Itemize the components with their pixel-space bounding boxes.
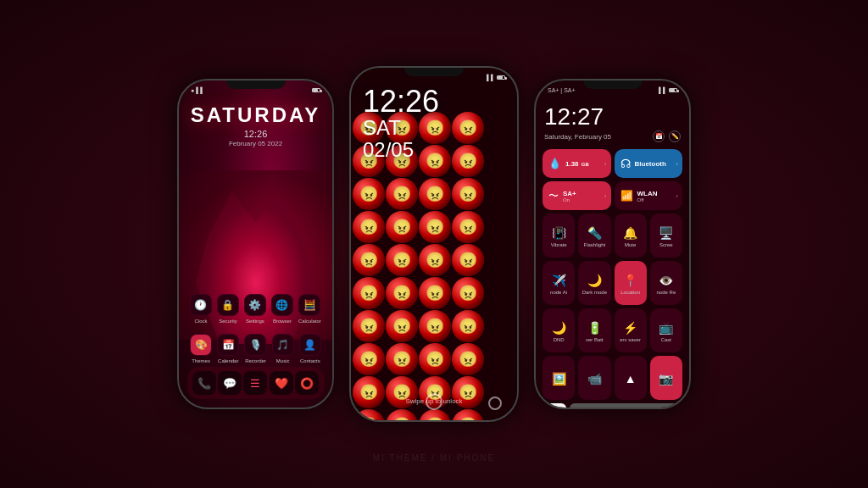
- readmode-tile[interactable]: 👁️ node Re: [650, 261, 682, 305]
- power-saver-tile[interactable]: ⚡ erv saver: [615, 308, 647, 352]
- angry-ball: [386, 211, 418, 243]
- screen-tile[interactable]: 🖥️ Scree: [650, 214, 682, 258]
- dock-menu[interactable]: ☰: [243, 371, 267, 395]
- angry-ball: [452, 244, 484, 276]
- app-contacts[interactable]: 👤 Contacts: [299, 334, 321, 363]
- key-a[interactable]: A: [542, 403, 566, 408]
- phone3-date: Saturday, February 05: [544, 133, 611, 141]
- sa-tile[interactable]: 〜 SA+ On ›: [542, 181, 611, 210]
- battery-tile[interactable]: 🔋 ver Batt: [578, 308, 610, 352]
- app-icon-browser: 🌐: [271, 294, 293, 316]
- ctrl-row-2: 〜 SA+ On › 📶 WLAN Off ›: [542, 181, 682, 210]
- app-clock[interactable]: 🕐 Clock: [190, 294, 212, 324]
- wlan-sub: Off: [637, 197, 658, 202]
- signal-2: ▌▌: [487, 75, 495, 80]
- status-bar-3: SA+ | SA+ ▌▌: [536, 80, 689, 95]
- signal-3: ▌▌: [659, 87, 667, 93]
- angry-ball: [353, 409, 385, 420]
- data-unit-val: GB: [581, 162, 589, 167]
- angry-ball: [419, 178, 451, 210]
- cast-label: Cast: [661, 337, 671, 342]
- mute-tile[interactable]: 🔔 Mute: [615, 214, 647, 258]
- status-bar-2: ▌▌ ▌▌: [351, 68, 517, 82]
- app-label-recorder: Recorder: [245, 358, 266, 363]
- carrier-3: SA+ | SA+: [548, 87, 576, 93]
- app-recorder[interactable]: 🎙️ Recorder: [244, 334, 266, 363]
- location-tile[interactable]: 📍 Location: [615, 261, 647, 305]
- angry-ball: [353, 178, 385, 210]
- vibrate-tile[interactable]: 📳 Vibrate: [542, 214, 575, 258]
- app-security[interactable]: 🔒 Security: [217, 294, 239, 324]
- screen-label: Scree: [659, 242, 673, 247]
- angry-ball: [419, 244, 451, 276]
- calendar-icon[interactable]: 📅: [653, 130, 665, 142]
- angry-ball: [452, 145, 484, 177]
- data-tile-text: 1.38 GB: [565, 160, 589, 168]
- app-themes[interactable]: 🎨 Themes: [190, 334, 212, 363]
- darkmode-label: Dark mode: [582, 290, 607, 295]
- video-tile[interactable]: 📹: [578, 356, 610, 400]
- edit-icon[interactable]: ✏️: [669, 130, 681, 142]
- app-icon-recorder: 🎙️: [244, 334, 266, 356]
- dnd-tile[interactable]: 🌙 DND: [542, 308, 575, 352]
- wlan-tile[interactable]: 📶 WLAN Off ›: [615, 181, 683, 210]
- angry-ball: [386, 244, 418, 276]
- status-icons-1: [312, 88, 320, 92]
- location-label: Location: [620, 290, 640, 295]
- app-label-settings: Settings: [246, 319, 264, 324]
- dock-circle[interactable]: ⭕: [295, 371, 319, 395]
- angry-ball: [419, 343, 451, 375]
- bluetooth-arrow: ›: [676, 160, 678, 168]
- battery-tile-label: ver Batt: [586, 337, 604, 342]
- dock-1: 📞 💬 ☰ ❤️ ⭕: [187, 367, 324, 399]
- angry-ball: [452, 112, 484, 144]
- sa-icon: 〜: [548, 189, 559, 203]
- app-icon-settings: ⚙️: [244, 294, 266, 316]
- share-tile[interactable]: 🖼️: [542, 356, 575, 400]
- app-settings[interactable]: ⚙️ Settings: [244, 294, 266, 324]
- phone1-time: 12:26: [179, 129, 332, 139]
- upload-icon: ▲: [625, 372, 637, 385]
- angry-ball: [353, 376, 385, 408]
- keyboard-row: A: [536, 400, 689, 408]
- battery-1: [312, 88, 320, 92]
- angry-ball: [419, 310, 451, 342]
- key-space[interactable]: [570, 403, 682, 408]
- app-label-music: Music: [276, 358, 290, 363]
- dock-phone[interactable]: 📞: [192, 371, 216, 395]
- camera-button[interactable]: [488, 396, 502, 410]
- data-value: 1.38 GB: [565, 160, 589, 168]
- app-calculator[interactable]: 🧮 Calculator: [298, 294, 321, 324]
- small-row-2: ✈️ node Ai 🌙 Dark mode 📍 Location 👁️ nod…: [536, 261, 689, 305]
- flashlight-tile[interactable]: 🔦 Flashlight: [578, 214, 610, 258]
- camera-ctrl-icon: 📷: [659, 372, 673, 385]
- status-icons-2: ▌▌: [487, 75, 505, 80]
- airplane-tile[interactable]: ✈️ node Ai: [542, 261, 575, 305]
- angry-ball: [452, 343, 484, 375]
- app-row-2: 🎨 Themes 📅 Calendar 🎙️ Recorder 🎵 Music …: [187, 334, 324, 363]
- dock-heart[interactable]: ❤️: [270, 371, 293, 395]
- dock-messages[interactable]: 💬: [218, 371, 242, 395]
- darkmode-tile[interactable]: 🌙 Dark mode: [578, 261, 610, 305]
- sa-tile-text: SA+ On: [563, 190, 576, 202]
- app-browser[interactable]: 🌐 Browser: [271, 294, 293, 324]
- flashlight-label: Flashlight: [584, 242, 606, 247]
- app-music[interactable]: 🎵 Music: [272, 334, 294, 363]
- phone-2: ▌▌ ▌▌ 12:26 SAT 02/05: [349, 66, 519, 422]
- camera-ctrl-tile[interactable]: 📷: [650, 356, 682, 400]
- status-signal-1: ● ▌▌: [191, 87, 204, 93]
- phone3-date-icons: 📅 ✏️: [653, 130, 681, 142]
- power-saver-icon: ⚡: [623, 321, 637, 335]
- bluetooth-tile-text: Bluetooth: [635, 160, 666, 168]
- angry-ball: [386, 178, 418, 210]
- bluetooth-tile[interactable]: ☊ Bluetooth ›: [615, 149, 683, 178]
- vibrate-icon: 📳: [552, 226, 566, 240]
- app-label-themes: Themes: [192, 358, 210, 363]
- app-grid-1: 🕐 Clock 🔒 Security ⚙️ Settings 🌐 Browser…: [179, 294, 332, 374]
- upload-tile[interactable]: ▲: [615, 356, 647, 400]
- app-calendar[interactable]: 📅 Calendar: [217, 334, 239, 363]
- cast-tile[interactable]: 📺 Cast: [650, 308, 682, 352]
- phone-1: ● ▌▌ SATURDAY 12:26 February 05 2022 🕐 C…: [177, 79, 334, 409]
- data-tile[interactable]: 💧 1.38 GB ›: [542, 149, 611, 178]
- record-button[interactable]: [426, 393, 442, 410]
